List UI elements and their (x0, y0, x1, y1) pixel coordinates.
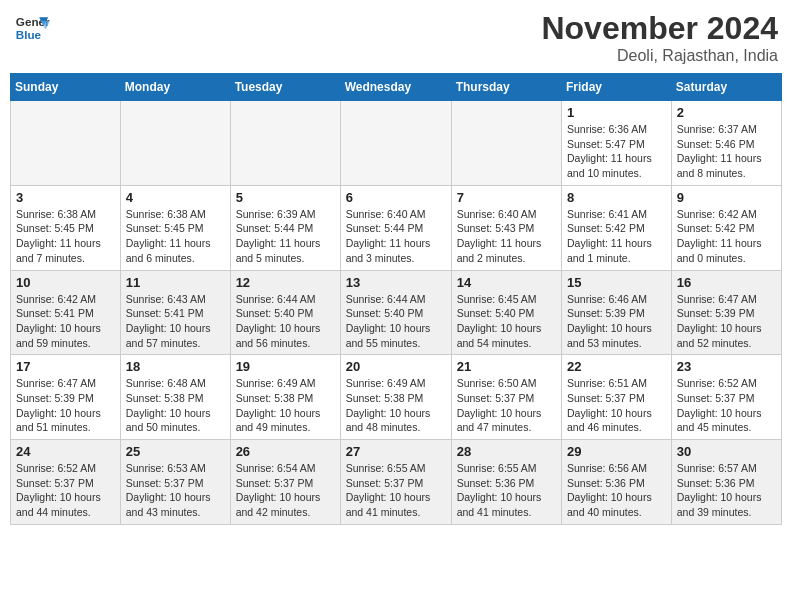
weekday-header-friday: Friday (562, 74, 672, 101)
day-info: Sunrise: 6:39 AM Sunset: 5:44 PM Dayligh… (236, 207, 335, 266)
calendar-cell: 10Sunrise: 6:42 AM Sunset: 5:41 PM Dayli… (11, 270, 121, 355)
day-info: Sunrise: 6:51 AM Sunset: 5:37 PM Dayligh… (567, 376, 666, 435)
day-number: 22 (567, 359, 666, 374)
calendar-cell: 9Sunrise: 6:42 AM Sunset: 5:42 PM Daylig… (671, 185, 781, 270)
calendar-week-row: 3Sunrise: 6:38 AM Sunset: 5:45 PM Daylig… (11, 185, 782, 270)
day-number: 23 (677, 359, 776, 374)
day-info: Sunrise: 6:55 AM Sunset: 5:37 PM Dayligh… (346, 461, 446, 520)
calendar-cell: 12Sunrise: 6:44 AM Sunset: 5:40 PM Dayli… (230, 270, 340, 355)
calendar-cell: 19Sunrise: 6:49 AM Sunset: 5:38 PM Dayli… (230, 355, 340, 440)
day-info: Sunrise: 6:52 AM Sunset: 5:37 PM Dayligh… (677, 376, 776, 435)
day-number: 8 (567, 190, 666, 205)
day-info: Sunrise: 6:42 AM Sunset: 5:41 PM Dayligh… (16, 292, 115, 351)
day-number: 2 (677, 105, 776, 120)
day-number: 24 (16, 444, 115, 459)
day-info: Sunrise: 6:47 AM Sunset: 5:39 PM Dayligh… (677, 292, 776, 351)
calendar-cell (230, 101, 340, 186)
day-info: Sunrise: 6:37 AM Sunset: 5:46 PM Dayligh… (677, 122, 776, 181)
day-number: 27 (346, 444, 446, 459)
calendar-cell: 29Sunrise: 6:56 AM Sunset: 5:36 PM Dayli… (562, 440, 672, 525)
day-number: 16 (677, 275, 776, 290)
weekday-header-sunday: Sunday (11, 74, 121, 101)
day-number: 5 (236, 190, 335, 205)
calendar-cell: 18Sunrise: 6:48 AM Sunset: 5:38 PM Dayli… (120, 355, 230, 440)
day-info: Sunrise: 6:45 AM Sunset: 5:40 PM Dayligh… (457, 292, 556, 351)
day-info: Sunrise: 6:44 AM Sunset: 5:40 PM Dayligh… (236, 292, 335, 351)
calendar-cell: 5Sunrise: 6:39 AM Sunset: 5:44 PM Daylig… (230, 185, 340, 270)
day-number: 9 (677, 190, 776, 205)
day-number: 15 (567, 275, 666, 290)
calendar-header-row: SundayMondayTuesdayWednesdayThursdayFrid… (11, 74, 782, 101)
calendar-cell: 3Sunrise: 6:38 AM Sunset: 5:45 PM Daylig… (11, 185, 121, 270)
calendar-week-row: 24Sunrise: 6:52 AM Sunset: 5:37 PM Dayli… (11, 440, 782, 525)
day-info: Sunrise: 6:49 AM Sunset: 5:38 PM Dayligh… (236, 376, 335, 435)
calendar-cell: 6Sunrise: 6:40 AM Sunset: 5:44 PM Daylig… (340, 185, 451, 270)
day-info: Sunrise: 6:38 AM Sunset: 5:45 PM Dayligh… (126, 207, 225, 266)
calendar-cell: 15Sunrise: 6:46 AM Sunset: 5:39 PM Dayli… (562, 270, 672, 355)
day-info: Sunrise: 6:41 AM Sunset: 5:42 PM Dayligh… (567, 207, 666, 266)
calendar-cell: 20Sunrise: 6:49 AM Sunset: 5:38 PM Dayli… (340, 355, 451, 440)
day-info: Sunrise: 6:42 AM Sunset: 5:42 PM Dayligh… (677, 207, 776, 266)
weekday-header-saturday: Saturday (671, 74, 781, 101)
day-info: Sunrise: 6:53 AM Sunset: 5:37 PM Dayligh… (126, 461, 225, 520)
day-number: 20 (346, 359, 446, 374)
weekday-header-monday: Monday (120, 74, 230, 101)
day-number: 10 (16, 275, 115, 290)
weekday-header-wednesday: Wednesday (340, 74, 451, 101)
calendar-cell: 17Sunrise: 6:47 AM Sunset: 5:39 PM Dayli… (11, 355, 121, 440)
calendar-week-row: 10Sunrise: 6:42 AM Sunset: 5:41 PM Dayli… (11, 270, 782, 355)
calendar-cell: 27Sunrise: 6:55 AM Sunset: 5:37 PM Dayli… (340, 440, 451, 525)
day-number: 26 (236, 444, 335, 459)
svg-text:Blue: Blue (16, 28, 42, 41)
calendar-cell: 21Sunrise: 6:50 AM Sunset: 5:37 PM Dayli… (451, 355, 561, 440)
month-title: November 2024 (541, 10, 778, 47)
calendar-cell: 30Sunrise: 6:57 AM Sunset: 5:36 PM Dayli… (671, 440, 781, 525)
calendar-cell: 23Sunrise: 6:52 AM Sunset: 5:37 PM Dayli… (671, 355, 781, 440)
title-area: November 2024 Deoli, Rajasthan, India (541, 10, 778, 65)
day-number: 7 (457, 190, 556, 205)
day-number: 28 (457, 444, 556, 459)
day-info: Sunrise: 6:38 AM Sunset: 5:45 PM Dayligh… (16, 207, 115, 266)
day-number: 25 (126, 444, 225, 459)
day-number: 29 (567, 444, 666, 459)
day-number: 11 (126, 275, 225, 290)
calendar-cell: 16Sunrise: 6:47 AM Sunset: 5:39 PM Dayli… (671, 270, 781, 355)
day-info: Sunrise: 6:44 AM Sunset: 5:40 PM Dayligh… (346, 292, 446, 351)
day-number: 14 (457, 275, 556, 290)
calendar-cell: 11Sunrise: 6:43 AM Sunset: 5:41 PM Dayli… (120, 270, 230, 355)
calendar-cell: 25Sunrise: 6:53 AM Sunset: 5:37 PM Dayli… (120, 440, 230, 525)
calendar-table: SundayMondayTuesdayWednesdayThursdayFrid… (10, 73, 782, 525)
calendar-cell: 4Sunrise: 6:38 AM Sunset: 5:45 PM Daylig… (120, 185, 230, 270)
day-number: 1 (567, 105, 666, 120)
day-info: Sunrise: 6:50 AM Sunset: 5:37 PM Dayligh… (457, 376, 556, 435)
logo: General Blue (14, 10, 50, 46)
calendar-week-row: 1Sunrise: 6:36 AM Sunset: 5:47 PM Daylig… (11, 101, 782, 186)
calendar-cell: 28Sunrise: 6:55 AM Sunset: 5:36 PM Dayli… (451, 440, 561, 525)
day-info: Sunrise: 6:36 AM Sunset: 5:47 PM Dayligh… (567, 122, 666, 181)
calendar-cell: 8Sunrise: 6:41 AM Sunset: 5:42 PM Daylig… (562, 185, 672, 270)
day-info: Sunrise: 6:48 AM Sunset: 5:38 PM Dayligh… (126, 376, 225, 435)
calendar-cell: 14Sunrise: 6:45 AM Sunset: 5:40 PM Dayli… (451, 270, 561, 355)
calendar-cell (120, 101, 230, 186)
day-number: 21 (457, 359, 556, 374)
day-number: 30 (677, 444, 776, 459)
day-number: 4 (126, 190, 225, 205)
weekday-header-thursday: Thursday (451, 74, 561, 101)
calendar-cell: 22Sunrise: 6:51 AM Sunset: 5:37 PM Dayli… (562, 355, 672, 440)
calendar-cell (340, 101, 451, 186)
day-info: Sunrise: 6:57 AM Sunset: 5:36 PM Dayligh… (677, 461, 776, 520)
day-number: 19 (236, 359, 335, 374)
day-info: Sunrise: 6:52 AM Sunset: 5:37 PM Dayligh… (16, 461, 115, 520)
logo-icon: General Blue (14, 10, 50, 46)
day-info: Sunrise: 6:40 AM Sunset: 5:43 PM Dayligh… (457, 207, 556, 266)
calendar-cell (11, 101, 121, 186)
day-info: Sunrise: 6:47 AM Sunset: 5:39 PM Dayligh… (16, 376, 115, 435)
page-header: General Blue November 2024 Deoli, Rajast… (10, 10, 782, 65)
day-info: Sunrise: 6:46 AM Sunset: 5:39 PM Dayligh… (567, 292, 666, 351)
day-info: Sunrise: 6:56 AM Sunset: 5:36 PM Dayligh… (567, 461, 666, 520)
location-subtitle: Deoli, Rajasthan, India (541, 47, 778, 65)
calendar-cell (451, 101, 561, 186)
day-number: 3 (16, 190, 115, 205)
day-number: 17 (16, 359, 115, 374)
day-info: Sunrise: 6:49 AM Sunset: 5:38 PM Dayligh… (346, 376, 446, 435)
